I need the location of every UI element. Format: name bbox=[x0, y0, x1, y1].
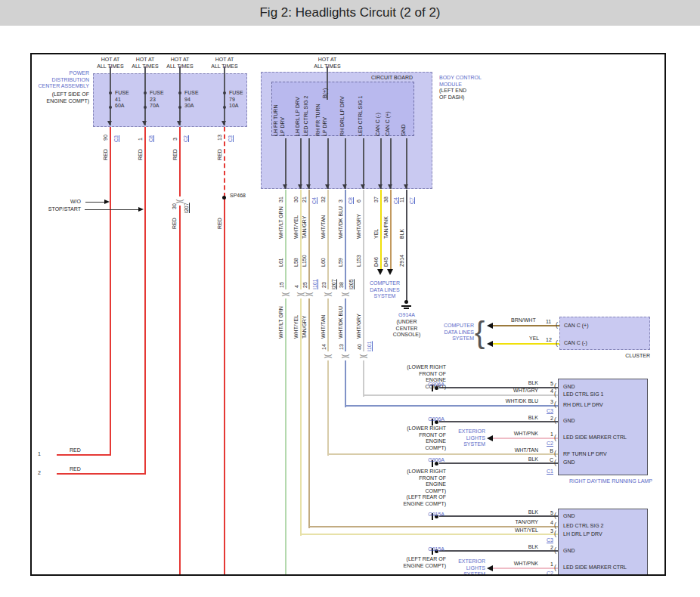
inline-connector-icon bbox=[341, 351, 350, 360]
wire-blk bbox=[439, 515, 558, 517]
arrow-down-icon bbox=[378, 184, 383, 189]
bcm-pin: 21 bbox=[302, 196, 308, 203]
lamp-pin-name: LED SIDE MARKER CTRL bbox=[563, 435, 627, 441]
lamp-connector: C1 bbox=[542, 469, 553, 475]
inline-connector-id: I101 bbox=[367, 341, 373, 351]
wire-color-label: YEL bbox=[373, 229, 380, 239]
wire-color-label: YEL bbox=[529, 336, 539, 342]
diagram-frame: POWER DISTRIBUTION CENTER ASSEMBLY (LEFT… bbox=[30, 53, 666, 576]
arrow-down-icon bbox=[404, 184, 408, 189]
pin-socket-icon bbox=[554, 450, 556, 457]
wire-color-label: RED bbox=[172, 149, 179, 160]
wo-label: W/O bbox=[60, 199, 81, 206]
inline-pin: 4 bbox=[294, 285, 301, 288]
ground-id: G915A bbox=[422, 546, 444, 553]
wire-color-label: WHT/DK BLU bbox=[338, 306, 345, 339]
lamp-pin-name: GND bbox=[563, 548, 575, 555]
wire-color-label: TAN/PNK bbox=[383, 216, 390, 239]
bcm-exit-line bbox=[308, 138, 310, 189]
pdc-location: (LEFT SIDE OF ENGINE COMPT) bbox=[33, 91, 89, 104]
bcm-pin: 31 bbox=[278, 196, 285, 203]
arrow-down-icon bbox=[325, 184, 330, 189]
lamp-connector: C2 bbox=[542, 571, 553, 576]
wire-red-3 bbox=[179, 127, 181, 575]
wire-color-label: RED bbox=[70, 447, 81, 454]
wire-wht-dk-blu bbox=[345, 190, 346, 407]
lamp-pin-name: LED CTRL SIG 1 bbox=[563, 391, 603, 398]
bcm-connector: C7 bbox=[409, 197, 416, 204]
lamp-pin-name: LH DRL LP DRV bbox=[563, 531, 602, 538]
bplus-label: B(+) bbox=[322, 88, 329, 98]
stop-start-label: STOP/START bbox=[47, 206, 81, 213]
bcm-pin: 38 bbox=[383, 196, 390, 203]
cluster-pin-name: CAN C (+) bbox=[564, 323, 588, 329]
arrow-left-icon bbox=[487, 341, 493, 347]
wire-blk bbox=[439, 550, 558, 552]
pin-socket-icon bbox=[554, 512, 556, 519]
pin-socket-icon bbox=[554, 391, 556, 397]
arrow-right-icon bbox=[104, 200, 110, 204]
wire-color-label: WHT/YEL bbox=[508, 527, 538, 534]
cluster-pin-name: CAN C (-) bbox=[564, 340, 587, 347]
inline-connector-id: I207 bbox=[184, 203, 190, 213]
lamp-pin: B bbox=[544, 448, 553, 455]
bcm-exit-line bbox=[380, 138, 382, 189]
bcm-location: (LEFT END OF DASH) bbox=[439, 88, 466, 101]
lamp-connector: C3 bbox=[542, 537, 553, 544]
wire-blk bbox=[439, 462, 558, 464]
bcm-name: BODY CONTROL MODULE bbox=[439, 75, 482, 88]
inline-pin: 23 bbox=[321, 282, 328, 288]
pin-socket-icon bbox=[554, 522, 556, 529]
lamp-pin: 3 bbox=[544, 528, 553, 535]
fuse-symbol bbox=[223, 91, 226, 94]
wire-blk bbox=[439, 421, 558, 422]
arrow-down-icon bbox=[283, 184, 287, 189]
lamp-pin-name: LED CTRL SIG 2 bbox=[563, 523, 603, 530]
cluster-pin: 12 bbox=[546, 337, 552, 344]
bcm-pin-name: LH FR TURN LP DRV bbox=[273, 105, 286, 136]
bcm-pin-name: CAN C (-) bbox=[375, 113, 382, 136]
pin-socket-icon bbox=[556, 340, 558, 347]
lamp-pin: 5 bbox=[544, 510, 553, 517]
fuse-symbol bbox=[223, 106, 226, 109]
pin-socket-icon bbox=[554, 435, 556, 441]
fuse-23-label: FUSE 23 70A bbox=[150, 90, 164, 110]
fuse-79-label: FUSE 79 10A bbox=[229, 90, 243, 110]
lamp-pin: 2 bbox=[544, 545, 553, 552]
pin-socket-icon bbox=[554, 547, 556, 554]
inline-pin: 40 bbox=[357, 344, 364, 350]
fuse-feed-line bbox=[179, 67, 181, 125]
wire-color-label: BRN/WHT bbox=[511, 317, 536, 324]
inline-pin: 13 bbox=[339, 344, 345, 350]
wire-color-label: RED bbox=[217, 149, 224, 160]
lamp-pin: 2 bbox=[544, 416, 553, 422]
bcm-pin: 11 bbox=[399, 197, 406, 203]
fuse-symbol bbox=[144, 106, 147, 109]
wire-color-label: TAN/GRY bbox=[508, 519, 538, 526]
wire-color-label: WHT/YEL bbox=[293, 215, 300, 239]
bcm-pin: 37 bbox=[373, 196, 380, 203]
wire-color-label: BLK bbox=[399, 229, 406, 239]
pdc-connector: C8 bbox=[148, 135, 155, 142]
wire-tan-pnk bbox=[390, 190, 392, 269]
wire-wht-gry bbox=[363, 394, 559, 396]
inline-connector-icon bbox=[305, 289, 314, 298]
bcm-pin: 6 bbox=[356, 200, 363, 203]
cluster-name: CLUSTER bbox=[618, 353, 650, 360]
circuit-id: L150 bbox=[302, 255, 308, 267]
lamp-pin: 3 bbox=[544, 399, 553, 406]
ground-id: G906A bbox=[422, 457, 444, 464]
wire-color-label: WHT/GRY bbox=[508, 388, 538, 394]
bcm-exit-line bbox=[406, 138, 407, 189]
arrow-down-icon bbox=[142, 121, 147, 125]
arrow-down-icon bbox=[388, 184, 392, 189]
arrow-down-icon bbox=[221, 121, 226, 125]
wire-color-label: WHT/DK BLU bbox=[338, 206, 345, 239]
ground-id: G914A bbox=[395, 312, 419, 319]
exterior-lights-label: EXTERIOR LIGHTS SYSTEM bbox=[452, 428, 485, 448]
pin-socket-icon bbox=[554, 565, 556, 571]
wire-wht-dk-blu bbox=[345, 405, 559, 407]
wire-color-label: TAN/GRY bbox=[302, 316, 308, 339]
wire-color-label: BLK bbox=[508, 415, 538, 422]
figure-title: Fig 2: Headlights Circuit (2 of 2) bbox=[259, 0, 440, 26]
